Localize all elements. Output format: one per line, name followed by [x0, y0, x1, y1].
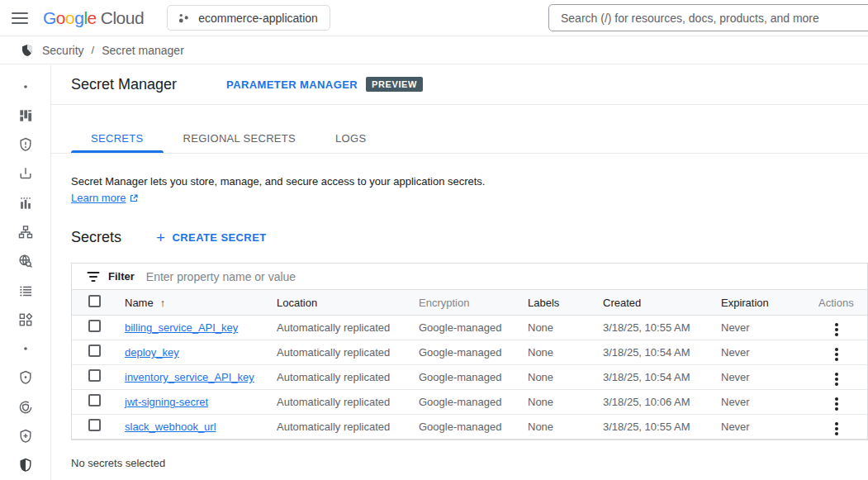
globe-search-icon	[17, 253, 34, 269]
encryption-cell: Google-managed	[407, 371, 516, 383]
row-checkbox-cell	[72, 345, 113, 360]
encryption-cell: Google-managed	[407, 396, 516, 408]
row-checkbox[interactable]	[88, 320, 101, 332]
select-all-checkbox[interactable]	[88, 295, 101, 307]
filter-label: Filter	[108, 270, 135, 283]
shield-half-icon	[17, 457, 34, 473]
table-row: jwt-signing-secret Automatically replica…	[72, 390, 867, 415]
secrets-section-header: Secrets + CREATE SECRET	[71, 229, 848, 246]
sidebar-item-reports[interactable]	[0, 188, 51, 217]
filter-bar[interactable]: Filter	[72, 264, 867, 290]
project-selector[interactable]: ecommerce-application	[167, 5, 330, 31]
column-header-name[interactable]: Name↑	[113, 297, 265, 309]
filter-input[interactable]	[146, 264, 867, 289]
page-header: Secret Manager PARAMETER MANAGER PREVIEW	[51, 64, 868, 105]
sidebar-item-applications[interactable]	[0, 305, 51, 334]
secret-name-link[interactable]: jwt-signing-secret	[125, 396, 208, 408]
secret-name-link[interactable]: slack_webhook_url	[125, 421, 216, 433]
row-checkbox-cell	[72, 369, 113, 385]
inbox-icon	[17, 165, 34, 182]
sidebar-item-inbox[interactable]	[0, 159, 51, 188]
sidebar-item-overview-dot[interactable]	[0, 72, 51, 101]
table-row: inventory_service_API_key Automatically …	[72, 365, 867, 390]
created-cell: 3/18/25, 10:06 AM	[591, 396, 709, 408]
sidebar-item-shield-add[interactable]	[0, 421, 51, 450]
row-actions-menu-icon[interactable]	[830, 345, 843, 364]
tab-secrets[interactable]: SECRETS	[71, 123, 164, 153]
row-checkbox[interactable]	[88, 419, 101, 431]
row-actions-menu-icon[interactable]	[830, 419, 843, 439]
search-input[interactable]	[548, 4, 868, 31]
row-actions-menu-icon[interactable]	[830, 320, 843, 340]
menu-icon[interactable]	[12, 12, 28, 24]
project-name: ecommerce-application	[198, 12, 318, 25]
labels-cell: None	[516, 346, 591, 359]
sidebar-item-secret-manager[interactable]	[0, 451, 51, 480]
list-icon	[17, 283, 34, 299]
column-header-created: Created	[591, 297, 709, 309]
bar-chart-icon	[17, 195, 34, 211]
learn-more-link[interactable]: Learn more	[71, 190, 139, 207]
row-checkbox-cell	[72, 320, 113, 335]
location-cell: Automatically replicated	[265, 421, 407, 433]
logo-cloud-text: Cloud	[101, 8, 144, 28]
sidebar-item-divider-dot[interactable]	[0, 335, 51, 364]
secret-name-cell: billing_service_API_key	[113, 321, 265, 334]
sidebar-item-shield-status[interactable]	[0, 364, 51, 392]
labels-cell: None	[516, 371, 591, 383]
sidebar-item-compliance[interactable]	[0, 392, 51, 421]
secret-name-cell: deploy_key	[113, 346, 265, 359]
actions-cell	[792, 316, 867, 340]
created-cell: 3/18/25, 10:55 AM	[591, 421, 709, 433]
secret-name-link[interactable]: inventory_service_API_key	[125, 371, 254, 383]
tab-logs[interactable]: LOGS	[315, 123, 386, 153]
expiration-cell: Never	[709, 371, 792, 383]
sidebar-nav	[0, 65, 51, 480]
parameter-manager-link[interactable]: PARAMETER MANAGER	[226, 78, 358, 91]
shield-alert-icon	[17, 136, 34, 153]
row-actions-menu-icon[interactable]	[830, 394, 843, 414]
network-icon	[17, 224, 34, 240]
secrets-heading: Secrets	[71, 229, 121, 246]
plus-icon: +	[156, 230, 166, 245]
created-cell: 3/18/25, 10:54 AM	[591, 346, 709, 359]
sidebar-item-findings[interactable]	[0, 276, 51, 305]
create-secret-button[interactable]: + CREATE SECRET	[156, 230, 267, 245]
breadcrumb-security-link[interactable]: Security	[42, 44, 84, 57]
labels-cell: None	[516, 321, 591, 334]
external-link-icon	[129, 193, 139, 203]
expiration-cell: Never	[709, 396, 792, 408]
row-checkbox[interactable]	[88, 394, 101, 406]
expiration-cell: Never	[709, 346, 792, 359]
row-checkbox[interactable]	[88, 345, 101, 357]
logo-google-text: Google	[43, 8, 97, 28]
google-cloud-logo[interactable]: Google Cloud	[43, 8, 144, 28]
labels-cell: None	[516, 396, 591, 408]
column-header-labels: Labels	[516, 297, 591, 309]
secret-name-cell: inventory_service_API_key	[113, 371, 265, 383]
secrets-table-body: billing_service_API_key Automatically re…	[72, 316, 867, 440]
column-header-expiration: Expiration	[709, 297, 792, 309]
secret-name-cell: slack_webhook_url	[113, 421, 265, 433]
secret-name-link[interactable]: deploy_key	[125, 346, 179, 359]
sidebar-item-web-scanner[interactable]	[0, 247, 51, 276]
row-checkbox[interactable]	[88, 369, 101, 382]
sidebar-item-assets[interactable]	[0, 217, 51, 246]
sidebar-item-threats[interactable]	[0, 131, 51, 159]
row-actions-menu-icon[interactable]	[830, 369, 843, 389]
secret-name-link[interactable]: billing_service_API_key	[125, 321, 238, 334]
secret-name-cell: jwt-signing-secret	[113, 396, 265, 408]
sidebar-item-risk-overview[interactable]	[0, 101, 51, 130]
tab-bar: SECRETS REGIONAL SECRETS LOGS	[51, 105, 868, 154]
row-checkbox-cell	[72, 419, 113, 435]
secrets-table: Filter Name↑ Location Encryption Labels …	[71, 263, 868, 440]
security-shield-icon	[20, 43, 35, 58]
compliance-circle-icon	[17, 399, 34, 416]
apps-grid-icon	[17, 311, 34, 328]
description-block: Secret Manager lets you store, manage, a…	[71, 173, 848, 207]
tab-regional-secrets[interactable]: REGIONAL SECRETS	[164, 123, 316, 153]
sort-ascending-icon: ↑	[160, 297, 166, 309]
page-title: Secret Manager	[71, 76, 177, 93]
selection-status-text: No secrets selected	[71, 457, 848, 469]
project-icon	[177, 11, 191, 25]
